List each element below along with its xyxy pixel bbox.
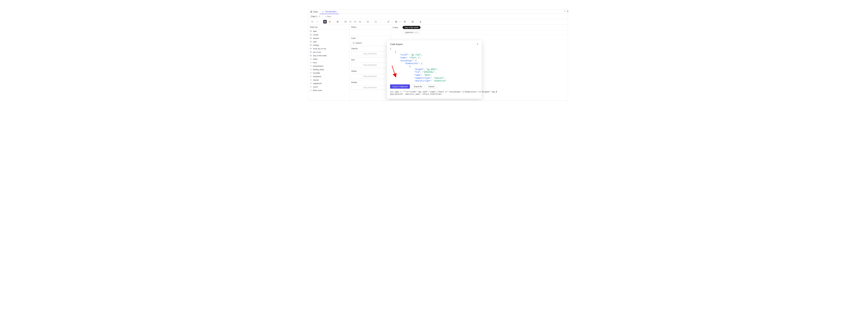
field-item[interactable]: #hour <box>308 61 349 64</box>
undo-button[interactable] <box>311 20 314 24</box>
field-item[interactable]: season <box>308 36 349 40</box>
field-item[interactable]: holiday <box>308 43 349 47</box>
field-label: casual <box>313 79 318 81</box>
svg-rect-16 <box>310 55 311 56</box>
details-header: Details <box>349 80 391 85</box>
resize-handle-icon[interactable]: ⋰ <box>478 95 480 98</box>
add-chart-tab[interactable]: + New <box>323 15 333 18</box>
transpose-button[interactable] <box>349 20 352 24</box>
field-item[interactable]: #registered <box>308 82 349 85</box>
svg-point-8 <box>420 21 421 22</box>
field-item[interactable]: work yes or not <box>308 47 349 50</box>
opacity-dropzone[interactable]: Drop Field Here <box>351 52 389 56</box>
menu-icon[interactable]: ≡ <box>567 10 568 12</box>
nominal-icon <box>310 34 312 36</box>
user-button[interactable] <box>419 20 422 24</box>
cancel-button[interactable]: Cancel <box>426 84 436 89</box>
size-dropzone[interactable]: Drop Field Here <box>351 63 389 67</box>
nominal-icon <box>310 51 312 53</box>
field-label: count <box>313 86 318 88</box>
field-item[interactable]: Day of the week <box>308 54 349 57</box>
field-label: work yes or not <box>313 48 326 50</box>
y-axis-agg[interactable]: sum ▾ <box>414 31 419 33</box>
paint-button[interactable] <box>386 20 390 24</box>
encoding-panel: Filters Color season Opa <box>349 25 391 100</box>
edit-icon[interactable] <box>318 16 320 18</box>
aggregate-toggle[interactable] <box>323 20 327 24</box>
quantitative-icon: # <box>310 62 312 64</box>
field-label: index <box>313 58 317 60</box>
svg-point-6 <box>404 21 405 22</box>
shape-dropzone[interactable]: Drop Field Here <box>351 74 389 79</box>
tab-data[interactable]: Data <box>308 9 320 14</box>
quantitative-icon: # <box>310 58 312 60</box>
quantitative-icon: # <box>310 83 312 84</box>
svg-rect-13 <box>310 44 311 46</box>
field-label: Day of the week <box>313 55 327 57</box>
y-axis-pill-label: registered <box>405 31 413 33</box>
expand-button[interactable] <box>374 20 377 24</box>
chart-icon <box>322 10 324 13</box>
color-header: Color <box>349 36 391 40</box>
quantitative-icon: # <box>310 76 312 78</box>
chart-tab-current[interactable]: Chart 1 <box>308 14 323 19</box>
export-as-button[interactable]: Export As <box>412 84 424 89</box>
x-axis-label: X-Axis <box>393 26 401 29</box>
code-snippet[interactable]: vis_spec = """[{"visId":"gw_rZy5","name"… <box>387 90 482 99</box>
nominal-icon <box>310 48 312 50</box>
field-item[interactable]: am or pm <box>308 50 349 54</box>
details-dropzone[interactable]: Drop Field Here <box>351 85 389 90</box>
svg-rect-12 <box>310 41 311 42</box>
sort-asc-button[interactable] <box>353 20 357 24</box>
svg-rect-15 <box>310 52 311 53</box>
refresh-button[interactable] <box>344 20 347 24</box>
tab-visualization-label: Visualization <box>325 10 337 13</box>
color-pill[interactable]: season <box>351 41 363 44</box>
tab-visualization[interactable]: Visualization <box>320 9 339 14</box>
shape-header: Shape <box>349 69 391 73</box>
x-axis-pill[interactable]: Day of the week <box>403 26 421 29</box>
mark-type-button[interactable] <box>328 20 332 24</box>
y-axis-shelf[interactable]: Y-Axis registered sum ▾ <box>391 30 568 35</box>
axis-resize-button[interactable] <box>366 20 370 24</box>
field-item[interactable]: month <box>308 33 349 36</box>
quantitative-icon: # <box>310 86 312 88</box>
field-item[interactable]: #humidity <box>308 71 349 75</box>
field-label: am or pm <box>313 51 321 53</box>
svg-point-3 <box>380 22 381 22</box>
quantitative-icon: # <box>310 72 312 74</box>
svg-rect-9 <box>310 31 311 32</box>
color-pill-label: season <box>355 42 362 44</box>
quantitative-icon: # <box>310 79 312 81</box>
field-item[interactable]: #temperature <box>308 64 349 68</box>
code-export-modal: Code Export ✕ [ { "visId": "gw_rZy5", "n… <box>387 40 482 99</box>
collapse-button[interactable] <box>379 20 382 24</box>
svg-point-0 <box>311 11 312 12</box>
field-list-header: Field List <box>308 25 349 30</box>
quantitative-icon: # <box>310 89 312 91</box>
close-icon[interactable]: ✕ <box>476 43 478 46</box>
export-image-button[interactable] <box>395 20 398 24</box>
x-axis-shelf[interactable]: X-Axis Day of the week <box>391 25 568 30</box>
config-button[interactable] <box>403 20 407 24</box>
stack-button[interactable] <box>336 20 339 24</box>
redo-button[interactable] <box>315 20 319 24</box>
field-item[interactable]: #winspeed <box>308 75 349 78</box>
field-item[interactable]: #count <box>308 85 349 89</box>
field-label: month <box>313 34 318 36</box>
info-icon[interactable]: i <box>564 10 565 12</box>
field-item[interactable]: #Row count <box>308 89 349 92</box>
copy-to-clipboard-button[interactable]: Copy to Clipboard <box>390 84 410 89</box>
y-axis-pill[interactable]: registered sum ▾ <box>403 31 421 34</box>
field-item[interactable]: year <box>308 40 349 43</box>
field-item[interactable]: #index <box>308 57 349 61</box>
field-item[interactable]: #feeling_temp <box>308 68 349 71</box>
sort-desc-button[interactable] <box>358 20 362 24</box>
field-item[interactable]: #casual <box>308 78 349 82</box>
field-item[interactable]: date <box>308 30 349 33</box>
modal-title: Code Export <box>390 43 403 46</box>
nominal-icon <box>310 44 312 46</box>
nominal-icon <box>310 37 312 39</box>
code-export-button[interactable] <box>411 20 414 24</box>
more-export-icon[interactable]: ▾ <box>398 20 402 24</box>
